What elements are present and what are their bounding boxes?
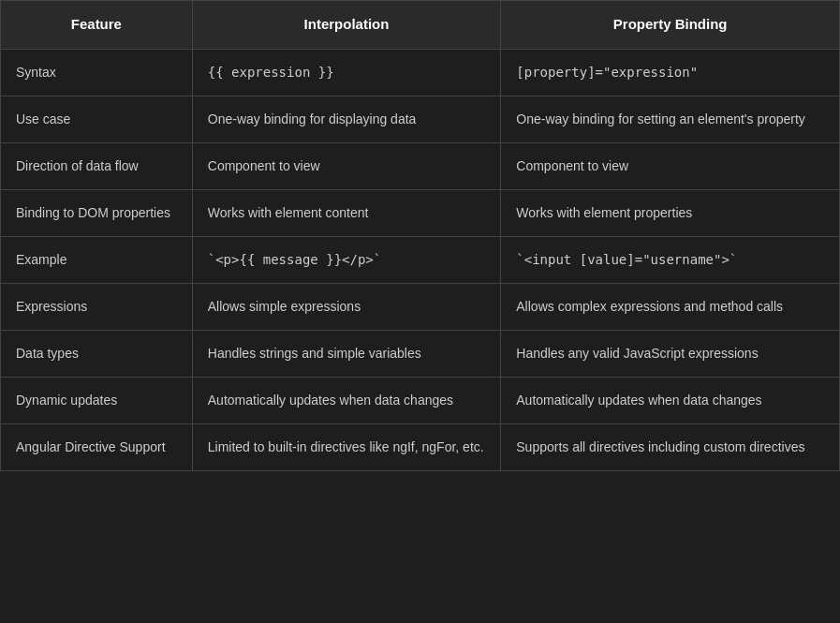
table-row: Expressions Allows simple expressions Al… [1,283,840,330]
property-value: One-way binding for setting an element's… [501,96,840,142]
property-value: `<input [value]="username">` [501,236,840,283]
header-interpolation: Interpolation [192,1,501,50]
feature-label: Dynamic updates [1,377,193,423]
table-row: Data types Handles strings and simple va… [1,330,840,377]
property-value: Automatically updates when data changes [501,377,840,423]
interpolation-value: Automatically updates when data changes [192,377,501,423]
table-row: Syntax {{ expression }} [property]="expr… [1,49,840,96]
interpolation-value: Handles strings and simple variables [192,330,501,377]
table-row: Binding to DOM properties Works with ele… [1,189,840,236]
interpolation-value: One-way binding for displaying data [192,96,501,142]
interpolation-value: Allows simple expressions [192,283,501,330]
property-value: Component to view [501,142,840,189]
table-row: Use case One-way binding for displaying … [1,96,840,142]
header-property-binding: Property Binding [501,1,840,50]
header-feature: Feature [1,1,193,50]
comparison-table: Feature Interpolation Property Binding S… [0,0,840,471]
feature-label: Binding to DOM properties [1,189,193,236]
table-row: Angular Directive Support Limited to bui… [1,423,840,470]
table-row: Dynamic updates Automatically updates wh… [1,377,840,423]
property-value: Allows complex expressions and method ca… [501,283,840,330]
table-row: Direction of data flow Component to view… [1,142,840,189]
table-row: Example `<p>{{ message }}</p>` `<input [… [1,236,840,283]
feature-label: Direction of data flow [1,142,193,189]
interpolation-value: `<p>{{ message }}</p>` [192,236,501,283]
feature-label: Angular Directive Support [1,423,193,470]
interpolation-value: Component to view [192,142,501,189]
feature-label: Example [1,236,193,283]
feature-label: Data types [1,330,193,377]
interpolation-value: Limited to built-in directives like ngIf… [192,423,501,470]
property-value: Works with element properties [501,189,840,236]
property-value: Supports all directives including custom… [501,423,840,470]
feature-label: Use case [1,96,193,142]
property-value: [property]="expression" [501,49,840,96]
interpolation-value: {{ expression }} [192,49,501,96]
feature-label: Expressions [1,283,193,330]
feature-label: Syntax [1,49,193,96]
interpolation-value: Works with element content [192,189,501,236]
property-value: Handles any valid JavaScript expressions [501,330,840,377]
